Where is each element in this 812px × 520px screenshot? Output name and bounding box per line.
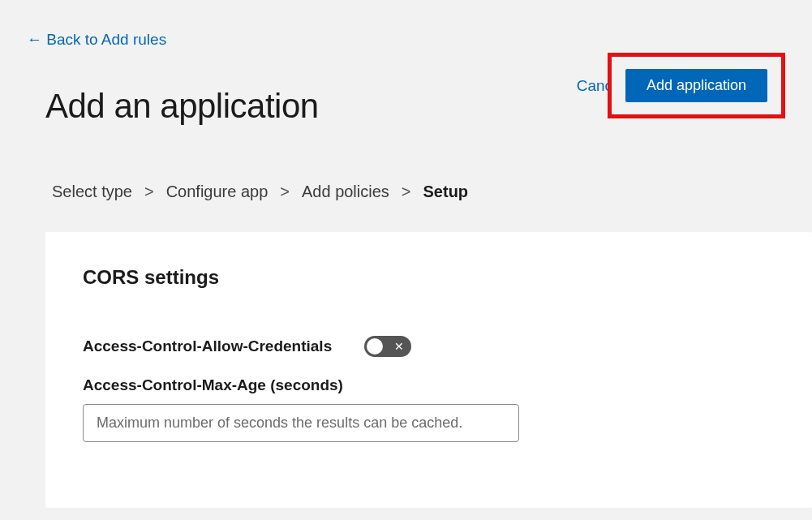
max-age-label: Access-Control-Max-Age (seconds): [83, 376, 775, 394]
toggle-knob: [367, 338, 383, 355]
cors-settings-card: CORS settings Access-Control-Allow-Crede…: [45, 232, 812, 508]
chevron-right-icon: >: [280, 183, 290, 201]
max-age-input[interactable]: [83, 404, 519, 442]
action-buttons: Cancel Add application: [577, 53, 785, 118]
add-application-button[interactable]: Add application: [625, 69, 767, 102]
allow-credentials-toggle[interactable]: ✕: [364, 336, 411, 357]
back-link[interactable]: ← Back to Add rules: [0, 0, 166, 49]
chevron-right-icon: >: [144, 183, 154, 201]
breadcrumb: Select type > Configure app > Add polici…: [0, 139, 812, 201]
breadcrumb-step-add-policies[interactable]: Add policies: [302, 183, 389, 201]
allow-credentials-row: Access-Control-Allow-Credentials ✕: [83, 336, 775, 357]
close-icon: ✕: [394, 341, 404, 352]
breadcrumb-step-configure-app[interactable]: Configure app: [166, 183, 269, 201]
breadcrumb-step-select-type[interactable]: Select type: [52, 183, 132, 201]
breadcrumb-step-setup: Setup: [423, 183, 469, 201]
chevron-right-icon: >: [402, 183, 411, 201]
header-row: Add an application Cancel Add applicatio…: [0, 73, 812, 139]
max-age-field: Access-Control-Max-Age (seconds): [83, 376, 775, 442]
allow-credentials-label: Access-Control-Allow-Credentials: [83, 337, 332, 355]
highlight-box: Add application: [608, 53, 785, 118]
cors-settings-title: CORS settings: [83, 266, 775, 289]
page-title: Add an application: [45, 87, 319, 126]
